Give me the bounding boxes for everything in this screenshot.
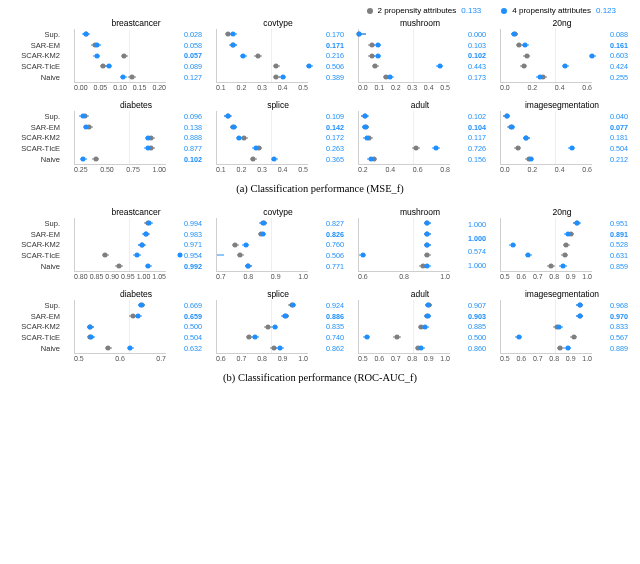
data-point bbox=[253, 146, 258, 151]
data-point bbox=[426, 303, 431, 308]
data-point bbox=[274, 64, 279, 69]
data-point bbox=[146, 135, 151, 140]
value-label: 0.506 bbox=[312, 251, 344, 260]
value-label: 0.826 bbox=[312, 230, 344, 239]
value-label: 0.255 bbox=[596, 73, 628, 82]
data-point bbox=[272, 324, 277, 329]
data-point bbox=[558, 345, 563, 350]
data-point bbox=[425, 231, 430, 236]
value-label: 0.424 bbox=[596, 62, 628, 71]
method-label: SCAR-KM2 bbox=[10, 51, 60, 60]
plot-area bbox=[500, 29, 592, 83]
value-column: 0.0960.1380.8880.8770.102 bbox=[170, 111, 202, 165]
chart-cell-mushroom: mushroom0.0000.1030.1020.4430.1730.00.10… bbox=[352, 17, 488, 95]
value-label: 1.000 bbox=[454, 220, 486, 229]
data-point bbox=[537, 74, 542, 79]
value-column: 0.6690.6590.5000.5040.632 bbox=[170, 300, 202, 354]
data-point bbox=[94, 53, 99, 58]
plot-area bbox=[216, 29, 308, 83]
chart-cell-imagesegmentation: imagesegmentation0.9680.9700.8330.5670.8… bbox=[494, 288, 630, 366]
chart-cell-imagesegmentation: imagesegmentation0.0400.0770.1810.5040.2… bbox=[494, 99, 630, 177]
data-point bbox=[233, 242, 238, 247]
chart-title: mushroom bbox=[352, 206, 488, 217]
legend-value-2attr: 0.133 bbox=[461, 6, 487, 15]
chart-title: diabetes bbox=[68, 99, 204, 110]
data-point bbox=[574, 221, 579, 226]
value-label: 0.907 bbox=[454, 301, 486, 310]
x-axis-ticks: 0.50.60.7 bbox=[74, 355, 166, 366]
value-label: 0.889 bbox=[596, 344, 628, 353]
plot-area bbox=[500, 111, 592, 165]
value-column: 0.1020.1040.1170.7260.156 bbox=[454, 111, 486, 165]
data-point bbox=[526, 253, 531, 258]
data-point bbox=[515, 146, 520, 151]
data-point bbox=[134, 253, 139, 258]
value-label: 0.859 bbox=[596, 262, 628, 271]
data-point bbox=[419, 345, 424, 350]
value-column: 0.9510.8910.5280.6310.859 bbox=[596, 218, 628, 272]
method-label: SAR-EM bbox=[10, 41, 60, 50]
data-point bbox=[128, 345, 133, 350]
x-axis-ticks: 0.50.60.70.80.91.0 bbox=[500, 355, 592, 366]
value-column: 0.9070.9030.8850.5000.860 bbox=[454, 300, 486, 354]
data-point bbox=[557, 324, 562, 329]
value-label: 0.117 bbox=[454, 133, 486, 142]
data-point bbox=[121, 74, 126, 79]
data-point bbox=[364, 335, 369, 340]
value-label: 0.500 bbox=[454, 333, 486, 342]
value-label: 0.860 bbox=[454, 344, 486, 353]
data-point bbox=[562, 253, 567, 258]
data-point bbox=[590, 53, 595, 58]
data-point bbox=[564, 242, 569, 247]
value-label: 0.632 bbox=[170, 344, 202, 353]
chart-cell-splice: splice0.9240.8860.8350.7400.8620.60.70.8… bbox=[210, 288, 346, 366]
data-point bbox=[261, 221, 266, 226]
value-label: 0.862 bbox=[312, 344, 344, 353]
chart-title: imagesegmentation bbox=[494, 288, 630, 299]
data-point bbox=[230, 32, 235, 37]
x-axis-ticks: 0.20.40.60.8 bbox=[358, 166, 450, 177]
data-point bbox=[425, 242, 430, 247]
data-point bbox=[290, 303, 295, 308]
data-point bbox=[231, 42, 236, 47]
data-point bbox=[577, 313, 582, 318]
value-column: 0.0280.0580.0570.0890.127 bbox=[170, 29, 202, 83]
x-axis-ticks: 0.60.81.0 bbox=[358, 273, 450, 284]
x-axis-ticks: 0.10.20.30.40.5 bbox=[216, 166, 308, 177]
y-axis-labels: Sup.SAR-EMSCAR-KM2SCAR-TIcENaive bbox=[10, 99, 62, 177]
value-label: 0.443 bbox=[454, 62, 486, 71]
x-axis-ticks: 0.50.60.70.80.91.0 bbox=[358, 355, 450, 366]
chart-title: diabetes bbox=[68, 288, 204, 299]
value-label: 0.142 bbox=[312, 123, 344, 132]
value-label: 0.077 bbox=[596, 123, 628, 132]
chart-title: adult bbox=[352, 99, 488, 110]
value-label: 0.971 bbox=[170, 240, 202, 249]
data-point bbox=[523, 42, 528, 47]
data-point bbox=[251, 156, 256, 161]
data-point bbox=[571, 335, 576, 340]
method-label: SCAR-KM2 bbox=[10, 240, 60, 249]
value-label: 0.104 bbox=[454, 123, 486, 132]
data-point bbox=[147, 221, 152, 226]
value-label: 0.903 bbox=[454, 312, 486, 321]
value-label: 0.504 bbox=[170, 333, 202, 342]
method-label: Naive bbox=[10, 155, 60, 164]
plot-area bbox=[500, 218, 592, 272]
x-axis-ticks: 0.60.70.80.91.0 bbox=[216, 355, 308, 366]
y-axis-labels: Sup.SAR-EMSCAR-KM2SCAR-TIcENaive bbox=[10, 288, 62, 366]
value-label: 0.102 bbox=[170, 155, 202, 164]
value-label: 0.992 bbox=[170, 262, 202, 271]
data-point bbox=[255, 53, 260, 58]
chart-cell-covtype: covtype0.8270.8260.7600.5060.7710.70.80.… bbox=[210, 206, 346, 284]
y-axis-labels: Sup.SAR-EMSCAR-KM2SCAR-TIcENaive bbox=[10, 206, 62, 284]
data-point bbox=[369, 156, 374, 161]
value-label: 0.365 bbox=[312, 155, 344, 164]
data-point bbox=[278, 345, 283, 350]
value-label: 0.528 bbox=[596, 240, 628, 249]
data-point bbox=[565, 231, 570, 236]
value-label: 0.726 bbox=[454, 144, 486, 153]
x-axis-ticks: 0.800.850.900.951.001.05 bbox=[74, 273, 166, 284]
y-axis-labels: Sup.SAR-EMSCAR-KM2SCAR-TIcENaive bbox=[10, 17, 62, 95]
data-point bbox=[357, 32, 362, 37]
data-point bbox=[116, 263, 121, 268]
